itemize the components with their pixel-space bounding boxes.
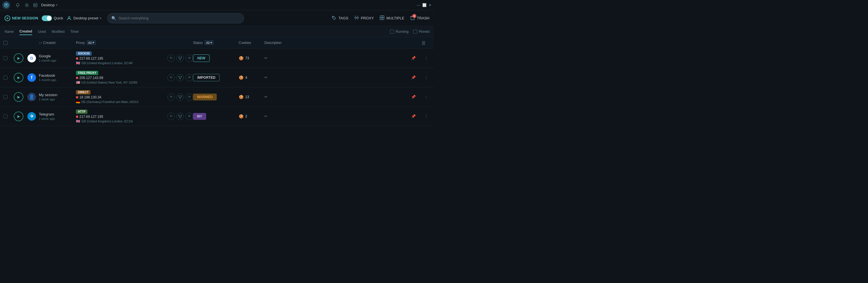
row-description-facebook[interactable]: ✏ <box>265 75 405 80</box>
tab-timer[interactable]: Timer <box>70 29 79 35</box>
pin-button-my-session[interactable]: 📌 <box>411 95 416 99</box>
th-columns[interactable]: ||| <box>422 40 431 45</box>
th-status[interactable]: Status All ▾ <box>193 40 239 45</box>
play-button-google[interactable]: ▶ <box>14 54 23 63</box>
pin-button-facebook[interactable]: 📌 <box>411 75 416 80</box>
select-all-checkbox[interactable] <box>3 41 7 45</box>
row-select-my-session[interactable] <box>3 95 7 99</box>
preset-chevron[interactable]: ▾ <box>100 16 101 20</box>
row-select-facebook[interactable] <box>3 76 7 80</box>
search-input[interactable] <box>119 16 240 20</box>
refresh-session-button-my-session[interactable]: ↻ <box>167 93 175 101</box>
maximize-button[interactable]: ⬜ <box>423 3 426 7</box>
row-checkbox-my-session[interactable] <box>3 95 14 99</box>
settings-icon[interactable] <box>23 1 31 9</box>
titlebar-chevron[interactable]: ▾ <box>56 3 57 6</box>
running-checkbox[interactable] <box>390 30 394 34</box>
row-play-google[interactable]: ▶ <box>14 54 27 63</box>
th-created[interactable]: ↓↑ Created <box>39 40 76 45</box>
tab-name[interactable]: Name <box>5 29 14 35</box>
row-description-my-session[interactable]: ✏ <box>265 95 405 99</box>
row-pin-telegram[interactable]: 📌 <box>405 114 422 118</box>
desktop-preset-button[interactable]: Desktop preset ▾ <box>66 16 101 21</box>
table-row: ▶ G Google 1 month ago SOCKS5 217.69.127… <box>0 48 434 68</box>
row-play-telegram[interactable]: ▶ <box>14 111 27 121</box>
status-badge-facebook[interactable]: IMPORTED <box>193 74 220 81</box>
quick-switch[interactable] <box>42 15 52 21</box>
row-status-telegram[interactable]: MY <box>193 113 239 120</box>
th-select-all[interactable] <box>3 41 14 45</box>
tab-used[interactable]: Used <box>38 29 46 35</box>
edit-description-button-google[interactable]: ✏ <box>265 56 268 60</box>
branch-button-telegram[interactable] <box>177 113 184 120</box>
row-more-facebook[interactable]: ⋮ <box>422 75 431 80</box>
row-status-my-session[interactable]: WARMED <box>193 94 239 100</box>
row-more-telegram[interactable]: ⋮ <box>422 114 431 119</box>
pin-button-google[interactable]: 📌 <box>411 56 416 60</box>
branch-button-my-session[interactable] <box>177 93 184 101</box>
status-filter-button[interactable]: All ▾ <box>205 40 214 45</box>
multiple-button[interactable]: MULTIPLE <box>379 15 404 22</box>
edit-description-button-facebook[interactable]: ✏ <box>265 75 268 80</box>
row-more-my-session[interactable]: ⋮ <box>422 95 431 99</box>
more-button-facebook[interactable]: ⋮ <box>424 75 429 80</box>
proxy-button[interactable]: PROXY <box>354 15 374 22</box>
row-checkbox-google[interactable] <box>3 56 14 60</box>
quick-toggle[interactable]: Quick <box>42 15 63 21</box>
tab-created[interactable]: Created <box>20 28 32 35</box>
play-button-facebook[interactable]: ▶ <box>14 73 23 82</box>
row-pin-my-session[interactable]: 📌 <box>405 95 422 99</box>
table-header: ↓↑ Created Proxy All ▾ Status All ▾ Cook… <box>0 37 434 48</box>
status-badge-telegram[interactable]: MY <box>193 113 206 120</box>
pinned-filter[interactable]: Pinned <box>413 30 429 34</box>
tab-modified[interactable]: Modified <box>52 29 65 35</box>
more-button-google[interactable]: ⋮ <box>424 56 429 61</box>
row-more-google[interactable]: ⋮ <box>422 56 431 61</box>
play-button-my-session[interactable]: ▶ <box>14 92 23 102</box>
trash-button[interactable]: 1 TRASH <box>410 15 429 22</box>
bell-icon[interactable] <box>14 1 22 9</box>
close-button[interactable]: ✕ <box>428 3 432 7</box>
search-bar[interactable]: 🔍 <box>107 13 244 24</box>
edit-description-button-my-session[interactable]: ✏ <box>265 95 268 99</box>
pinned-checkbox[interactable] <box>413 30 417 34</box>
play-button-telegram[interactable]: ▶ <box>14 111 23 121</box>
refresh-session-button-google[interactable]: ↻ <box>167 55 175 62</box>
row-select-telegram[interactable] <box>3 114 7 118</box>
branch-button-facebook[interactable] <box>177 74 184 81</box>
svg-point-26 <box>180 117 181 118</box>
row-status-facebook[interactable]: IMPORTED <box>193 74 239 81</box>
row-description-google[interactable]: ✏ <box>265 56 405 60</box>
row-pin-facebook[interactable]: 📌 <box>405 75 422 80</box>
row-select-google[interactable] <box>3 56 7 60</box>
tags-button[interactable]: TAGS <box>332 15 348 22</box>
status-badge-my-session[interactable]: WARMED <box>193 94 217 100</box>
th-proxy[interactable]: Proxy All ▾ <box>76 40 167 45</box>
sync-button-facebook[interactable]: ⟳ <box>186 74 193 81</box>
row-checkbox-telegram[interactable] <box>3 114 14 118</box>
refresh-session-button-telegram[interactable]: ↻ <box>167 113 175 120</box>
search-icon: 🔍 <box>111 16 116 21</box>
row-proxy-facebook: FREE PROXY 209.127.143.99 🇺🇸 US (United … <box>76 70 167 84</box>
branch-button-google[interactable] <box>177 55 184 62</box>
more-button-telegram[interactable]: ⋮ <box>424 114 429 119</box>
row-description-telegram[interactable]: ✏ <box>265 114 405 118</box>
pin-button-telegram[interactable]: 📌 <box>411 114 416 118</box>
sync-button-google[interactable]: ⟳ <box>186 55 193 62</box>
status-badge-google[interactable]: NEW <box>193 55 210 62</box>
new-session-button[interactable]: + NEW SESSION <box>5 15 38 21</box>
sync-button-telegram[interactable]: ⟳ <box>186 113 193 120</box>
sync-button-my-session[interactable]: ⟳ <box>186 93 193 101</box>
row-pin-google[interactable]: 📌 <box>405 56 422 60</box>
minimize-button[interactable]: — <box>417 3 420 7</box>
row-status-google[interactable]: NEW <box>193 55 239 62</box>
running-filter[interactable]: Running <box>390 30 409 34</box>
proxy-filter-button[interactable]: All ▾ <box>87 40 96 45</box>
row-checkbox-facebook[interactable] <box>3 76 14 80</box>
more-button-my-session[interactable]: ⋮ <box>424 95 429 99</box>
refresh-session-button-facebook[interactable]: ↻ <box>167 74 175 81</box>
row-play-my-session[interactable]: ▶ <box>14 92 27 102</box>
edit-description-button-telegram[interactable]: ✏ <box>265 114 268 118</box>
row-play-facebook[interactable]: ▶ <box>14 73 27 82</box>
svg-point-22 <box>181 95 182 96</box>
